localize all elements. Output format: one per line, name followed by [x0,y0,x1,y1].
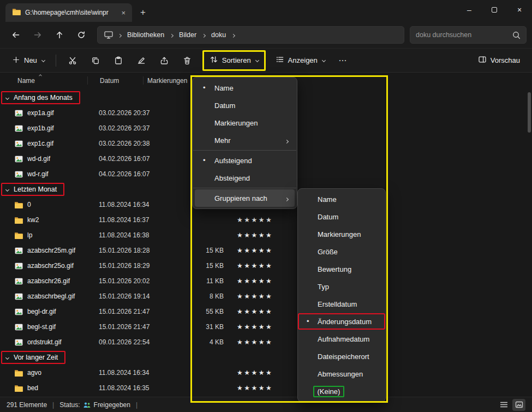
file-row[interactable]: ordstrukt.gif09.01.2026 22:544 KB★★★★★ [0,335,527,350]
file-name: ordstrukt.gif [27,338,62,346]
details-view-button[interactable] [497,399,510,411]
scrollbar[interactable] [528,90,531,395]
sort-button[interactable]: Sortieren [202,50,266,71]
file-row[interactable]: azabschr26.gif15.01.2026 20:0211 KB★★★★★ [0,273,527,289]
group-by-menu-item[interactable]: Dateispeicherort [300,348,383,365]
column-header-date[interactable]: Datum [100,77,119,85]
preview-button[interactable]: Vorschau [473,51,525,70]
menu-item-label: Name [214,84,234,92]
sort-menu-item[interactable]: Gruppieren nach [195,189,295,207]
group-by-menu-item[interactable]: Abmessungen [300,365,383,383]
file-name-cell: exp1b.gif [0,124,91,132]
file-date: 15.01.2026 18:28 [91,247,161,254]
chevron-down-icon [322,58,326,62]
group-by-menu-item[interactable]: (Keine) [300,383,383,400]
folder-icon [12,8,21,17]
file-row[interactable]: agvo11.08.2024 16:34★★★★★ [0,365,527,380]
new-button[interactable]: Neu [7,51,50,70]
file-name: azabschr25m.gif [27,247,75,254]
file-row[interactable]: begl-st.gif15.01.2026 21:4731 KB★★★★★ [0,319,527,335]
breadcrumb-item[interactable]: Bibliotheken [123,29,169,40]
file-date: 04.02.2026 16:07 [91,155,161,163]
group-by-menu-item[interactable]: Typ [300,278,383,295]
view-button-label: Anzeigen [288,56,318,64]
breadcrumb-item[interactable]: Bilder [175,29,201,40]
back-button[interactable] [5,26,26,44]
folder-icon [14,217,23,224]
copy-button[interactable] [85,51,106,70]
image-file-icon [14,262,23,270]
file-row[interactable]: azabschr25o.gif15.01.2026 18:2915 KB★★★★… [0,258,527,273]
delete-button[interactable] [176,51,198,70]
sort-menu-item[interactable]: Mehr [195,132,295,149]
sort-menu-item[interactable]: •Aufsteigend [195,152,295,169]
refresh-button[interactable] [71,26,92,44]
chevron-down-icon [5,187,9,191]
file-name-cell: wd-r.gif [0,170,91,178]
preview-button-label: Vorschau [491,56,520,64]
file-row[interactable]: azabschr25m.gif15.01.2026 18:2815 KB★★★★… [0,243,527,258]
toolbar-divider [56,55,56,67]
group-by-menu-item[interactable]: Name [300,190,383,208]
group-by-menu-item[interactable]: Bewertung [300,260,383,278]
sort-menu-item[interactable]: Absteigend [195,169,295,187]
menu-item-label: Bewertung [318,265,351,273]
file-size: 4 KB [192,338,224,346]
cut-button[interactable] [62,51,83,70]
column-header-tags[interactable]: Markierungen [147,77,187,85]
plus-icon [12,56,20,65]
chevron-right-icon [117,34,123,37]
image-file-icon [14,110,23,117]
column-divider[interactable] [87,76,88,85]
search-box[interactable] [410,26,527,44]
group-by-menu-item[interactable]: Größe [300,243,383,260]
group-header-row[interactable]: Vor langer Zeit [0,350,527,365]
search-icon[interactable] [512,31,521,39]
minimize-button[interactable]: – [457,0,482,20]
group-by-menu-item[interactable]: Datum [300,208,383,225]
group-by-menu-item[interactable]: Aufnahmedatum [300,330,383,348]
rename-button[interactable] [130,51,152,70]
computer-icon [104,31,113,39]
sort-menu-item[interactable]: •Name [195,79,295,97]
explorer-tab[interactable]: G:\homepage\cmh\site\winpr × [5,3,132,22]
file-name: bed [27,384,38,392]
group-by-menu-item[interactable]: •Änderungsdatum [300,313,383,330]
view-button[interactable]: Anzeigen [270,51,331,70]
file-row[interactable]: bed11.08.2024 16:35★★★★★ [0,380,527,396]
menu-item-label: Erstelldatum [318,300,357,308]
file-row[interactable]: kw211.08.2024 16:37★★★★★ [0,212,527,228]
more-button[interactable]: ⋯ [332,51,354,70]
command-toolbar: Neu Sortieren Anzeigen ⋯ Vorschau [0,48,532,73]
up-button[interactable] [49,26,70,44]
tab-close-icon[interactable]: × [119,9,128,17]
group-by-menu-item[interactable]: Markierungen [300,225,383,243]
tab-title: G:\homepage\cmh\site\winpr [25,9,115,16]
file-row[interactable]: lp11.08.2024 16:38★★★★★ [0,228,527,243]
search-input[interactable] [416,31,512,39]
close-button[interactable]: × [507,0,532,20]
forward-button[interactable] [27,26,48,44]
new-tab-button[interactable]: + [135,5,151,20]
thumbnail-view-button[interactable] [512,399,525,411]
group-by-menu-item[interactable]: Erstelldatum [300,295,383,313]
status-label: Status: [59,401,80,409]
paste-button[interactable] [107,51,129,70]
menu-item-label: (Keine) [318,387,340,396]
maximize-button[interactable] [482,0,507,20]
file-row[interactable]: begl-dr.gif15.01.2026 21:4755 KB★★★★★ [0,304,527,319]
column-header-name[interactable]: Name [17,77,35,85]
file-date: 11.08.2024 16:37 [91,216,161,224]
sort-menu-item[interactable]: Datum [195,97,295,114]
breadcrumb-item[interactable]: doku [207,29,230,40]
breadcrumb[interactable]: BibliothekenBilderdoku [97,26,404,44]
menu-item-label: Aufsteigend [214,157,252,165]
rating-stars: ★★★★★ [237,292,273,300]
scrollbar-thumb[interactable] [528,92,531,133]
file-date: 11.08.2024 16:34 [91,201,161,208]
file-row[interactable]: azabschrbegl.gif15.01.2026 19:148 KB★★★★… [0,289,527,304]
sort-menu-item[interactable]: Markierungen [195,114,295,132]
column-divider[interactable] [143,76,144,85]
share-button[interactable] [153,51,175,70]
sort-icon [210,55,218,65]
